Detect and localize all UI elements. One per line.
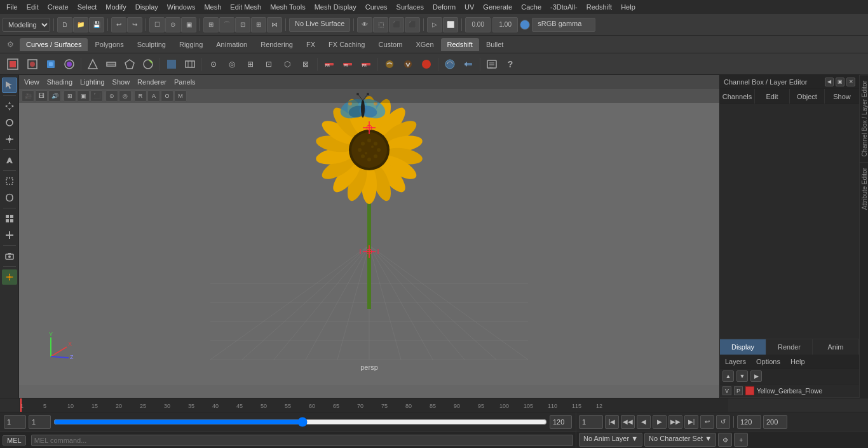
render-btn[interactable]: ▷ bbox=[427, 17, 442, 32]
menu-mesh[interactable]: Mesh bbox=[200, 2, 225, 12]
tab-fx-caching[interactable]: FX Caching bbox=[322, 38, 371, 51]
vp-menu-lighting[interactable]: Lighting bbox=[80, 78, 105, 86]
vt-isolate-btn[interactable]: ◎ bbox=[119, 90, 132, 102]
exposure-field[interactable]: 1.00 bbox=[492, 17, 518, 32]
tab-bullet[interactable]: Bullet bbox=[480, 38, 510, 51]
menu-create[interactable]: Create bbox=[44, 2, 72, 12]
snap-view-btn[interactable]: ⊞ bbox=[251, 17, 266, 32]
marquee-tool-btn[interactable] bbox=[2, 173, 17, 189]
tb2-icon-02[interactable] bbox=[24, 55, 41, 73]
tb2-icon-07[interactable] bbox=[121, 55, 139, 73]
snap-surface-btn[interactable]: ⋈ bbox=[267, 17, 282, 32]
color-space-icon[interactable] bbox=[520, 20, 530, 30]
tab-sculpting[interactable]: Sculpting bbox=[131, 38, 172, 51]
tb2-icon-rs1[interactable]: PR bbox=[320, 55, 338, 73]
wireframe-btn[interactable]: ⬚ bbox=[373, 17, 388, 32]
vt-ao-btn[interactable]: O bbox=[161, 90, 173, 102]
layer-row[interactable]: V P Yellow_Gerbera_Flowe bbox=[720, 384, 859, 398]
playback-end-frame[interactable] bbox=[737, 415, 761, 429]
cb-pin-btn[interactable]: ◀ bbox=[825, 78, 834, 86]
layers-menu-item[interactable]: Layers bbox=[720, 356, 751, 367]
shaded-btn[interactable]: ⬛ bbox=[389, 17, 404, 32]
select-tool-btn[interactable] bbox=[2, 78, 17, 93]
char-extra-btn[interactable]: + bbox=[734, 433, 748, 447]
new-file-btn[interactable]: 🗋 bbox=[57, 17, 72, 32]
cb-show-tab[interactable]: Show bbox=[825, 89, 859, 104]
menu-uv[interactable]: UV bbox=[461, 2, 478, 12]
menu-generate[interactable]: Generate bbox=[479, 2, 516, 12]
menu-modify[interactable]: Modify bbox=[102, 2, 130, 12]
mel-input[interactable] bbox=[31, 435, 573, 446]
play-back-btn[interactable]: ◀ bbox=[637, 415, 651, 429]
layer-arrow-down-btn[interactable]: ▼ bbox=[736, 370, 748, 382]
tab-custom[interactable]: Custom bbox=[372, 38, 409, 51]
viewport[interactable]: View Shading Lighting Show Renderer Pane… bbox=[19, 75, 719, 398]
menu-mesh-tools[interactable]: Mesh Tools bbox=[266, 2, 309, 12]
menu-3dtoall[interactable]: -3DtoAll- bbox=[546, 2, 581, 12]
cb-close-btn[interactable]: ✕ bbox=[846, 78, 855, 86]
frame-end-input[interactable] bbox=[550, 415, 572, 429]
texture-btn[interactable]: ⬛ bbox=[405, 17, 420, 32]
tb2-icon-snap3[interactable]: ⊞ bbox=[241, 55, 259, 73]
layer-color-swatch[interactable] bbox=[745, 386, 754, 395]
color-space-btn[interactable]: sRGB gamma bbox=[532, 18, 595, 32]
cb-expand-btn[interactable]: ▣ bbox=[836, 78, 844, 86]
tb2-icon-d2[interactable] bbox=[459, 55, 477, 73]
vt-grid-btn[interactable]: ⊞ bbox=[64, 90, 76, 102]
menu-edit[interactable]: Edit bbox=[23, 2, 43, 12]
snap-point-btn[interactable]: ⊡ bbox=[235, 17, 250, 32]
open-file-btn[interactable]: 📁 bbox=[73, 17, 88, 32]
layer-arrow-up-btn[interactable]: ▲ bbox=[722, 370, 734, 382]
play-forward-btn[interactable]: ▶ bbox=[653, 415, 667, 429]
char-settings-btn[interactable]: ⚙ bbox=[718, 433, 732, 447]
menu-file[interactable]: File bbox=[3, 2, 22, 12]
tb2-icon-01[interactable] bbox=[3, 55, 23, 73]
tb2-icon-c3[interactable] bbox=[417, 55, 435, 73]
no-anim-layer-dropdown[interactable]: No Anim Layer ▼ bbox=[579, 433, 642, 447]
menu-deform[interactable]: Deform bbox=[429, 2, 459, 12]
cb-channels-tab[interactable]: Channels bbox=[720, 89, 755, 104]
tab-polygons[interactable]: Polygons bbox=[88, 38, 130, 51]
layer-tab-render[interactable]: Render bbox=[766, 339, 813, 355]
vp-menu-renderer[interactable]: Renderer bbox=[137, 78, 166, 86]
tb2-icon-06[interactable] bbox=[102, 55, 120, 73]
menu-help[interactable]: Help bbox=[617, 2, 639, 12]
vt-camera-btn[interactable]: 🎥 bbox=[22, 90, 34, 102]
cb-object-tab[interactable]: Object bbox=[790, 89, 825, 104]
show-isolate-btn[interactable]: 👁 bbox=[357, 17, 372, 32]
tb2-icon-snap2[interactable]: ◎ bbox=[223, 55, 241, 73]
layer-visibility-btn[interactable]: V bbox=[722, 386, 731, 395]
snap-btn[interactable] bbox=[2, 211, 17, 226]
gamma-field[interactable]: 0.00 bbox=[465, 17, 491, 32]
tb2-icon-log1[interactable]: LOG bbox=[483, 55, 501, 73]
vt-obj-mode-btn[interactable]: ⊙ bbox=[105, 90, 118, 102]
paint-tool-btn[interactable] bbox=[2, 153, 17, 168]
menu-windows[interactable]: Windows bbox=[163, 2, 200, 12]
tb2-icon-04[interactable] bbox=[60, 55, 78, 73]
workspace-dropdown[interactable]: Modeling bbox=[3, 18, 50, 32]
menu-display[interactable]: Display bbox=[132, 2, 162, 12]
tb2-icon-05[interactable] bbox=[84, 55, 102, 73]
menu-select[interactable]: Select bbox=[74, 2, 101, 12]
vt-shaded-btn[interactable]: ⬛ bbox=[90, 90, 103, 102]
tabs-cog-btn[interactable]: ⚙ bbox=[4, 38, 17, 51]
viewport-3d-scene[interactable]: X Y Z persp bbox=[19, 103, 719, 385]
menu-curves[interactable]: Curves bbox=[362, 2, 391, 12]
playback-settings-btn[interactable]: ↺ bbox=[716, 415, 730, 429]
menu-edit-mesh[interactable]: Edit Mesh bbox=[226, 2, 265, 12]
cb-edit-tab[interactable]: Edit bbox=[755, 89, 790, 104]
side-tab-channel-box[interactable]: Channel Box / Layer Editor bbox=[860, 75, 868, 162]
timeline-ruler[interactable]: 1 5 10 15 20 25 30 35 40 45 50 55 60 65 … bbox=[19, 398, 728, 412]
select-mode-btn[interactable]: ☐ bbox=[149, 17, 165, 32]
vt-resolution-btn[interactable]: R bbox=[134, 90, 147, 102]
layer-tab-display[interactable]: Display bbox=[720, 339, 766, 355]
tab-redshift[interactable]: Redshift bbox=[441, 38, 479, 51]
lasso-select-btn[interactable] bbox=[2, 190, 17, 205]
lasso-btn[interactable]: ⊙ bbox=[165, 17, 180, 32]
max-frame-field[interactable] bbox=[763, 415, 787, 429]
tb2-icon-d1[interactable] bbox=[441, 55, 459, 73]
go-to-start-btn[interactable]: |◀ bbox=[605, 415, 619, 429]
no-character-set-dropdown[interactable]: No Character Set ▼ bbox=[644, 433, 716, 447]
save-file-btn[interactable]: 💾 bbox=[89, 17, 104, 32]
loop-btn[interactable]: ↩ bbox=[700, 415, 714, 429]
